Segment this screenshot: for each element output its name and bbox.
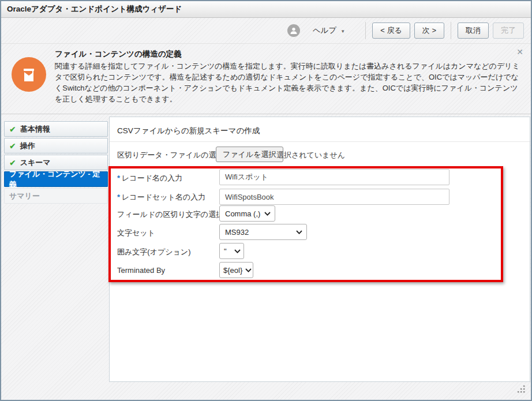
sidebar-item-summary: サマリー <box>4 188 108 204</box>
toolbar-divider <box>451 22 451 39</box>
terminated-by-label: Terminated By <box>117 266 165 275</box>
recordset-name-input[interactable] <box>219 189 449 205</box>
step-header: ファイル・コンテンツの構造の定義 関連する詳細を指定してファイル・コンテンツの構… <box>1 44 531 114</box>
step-label: ファイル・コンテンツ - 定義 <box>9 169 107 190</box>
document-badge-icon <box>20 65 38 84</box>
chevron-down-icon: ▼ <box>340 28 345 34</box>
help-label: ヘルプ <box>313 25 336 36</box>
file-contents-icon <box>12 57 46 92</box>
wizard-toolbar: ヘルプ ▼ < 戻る 次 > 取消 完了 <box>1 18 531 44</box>
selected-value: ${eol} <box>223 266 242 275</box>
chevron-down-icon <box>296 230 302 234</box>
selected-value: Comma (,) <box>225 209 260 218</box>
selected-value: MS932 <box>225 228 249 237</box>
enclosure-char-select[interactable]: " <box>219 243 244 259</box>
done-button: 完了 <box>493 23 524 39</box>
sidebar-item-basic-info[interactable]: ✔ 基本情報 <box>4 121 108 137</box>
help-menu[interactable]: ヘルプ ▼ <box>313 25 345 36</box>
sidebar-item-schema[interactable]: ✔ スキーマ <box>4 155 108 170</box>
next-button[interactable]: 次 > <box>414 23 444 39</box>
field-label-text: レコードセット名の入力 <box>122 193 205 201</box>
recordset-name-label: *レコードセット名の入力 <box>117 192 205 203</box>
character-set-label: 文字セット <box>117 228 155 238</box>
record-name-input[interactable] <box>219 169 449 185</box>
chevron-down-icon <box>245 268 252 272</box>
terminated-by-select[interactable]: ${eol} <box>219 262 253 278</box>
sidebar-item-operation[interactable]: ✔ 操作 <box>4 138 108 153</box>
file-select-status: 選択されていません <box>276 150 345 160</box>
chevron-down-icon <box>264 212 271 216</box>
chevron-down-icon <box>234 249 241 253</box>
step-description: 関連する詳細を指定してファイル・コンテンツの構造を指定します。実行時に読取りまた… <box>55 61 524 104</box>
required-marker: * <box>117 174 120 182</box>
check-icon: ✔ <box>9 158 16 167</box>
record-name-label: *レコード名の入力 <box>117 173 182 183</box>
step-label: スキーマ <box>20 158 51 168</box>
enclosure-char-label: 囲み文字(オプション) <box>117 247 191 257</box>
step-label: 操作 <box>20 141 35 151</box>
user-avatar-icon[interactable] <box>287 24 300 37</box>
wizard-window: Oracleアダプタ・エンドポイント構成ウィザード ヘルプ ▼ < 戻る 次 >… <box>0 0 532 401</box>
person-icon <box>290 27 298 35</box>
check-icon: ✔ <box>9 141 16 151</box>
close-icon[interactable]: ✕ <box>516 47 523 57</box>
character-set-select[interactable]: MS932 <box>219 224 307 240</box>
content-title: CSVファイルからの新規スキーマの作成 <box>117 126 260 136</box>
field-delimiter-label: フィールドの区切り文字の選択 <box>117 209 223 220</box>
window-titlebar: Oracleアダプタ・エンドポイント構成ウィザード <box>1 1 531 18</box>
field-label-text: レコード名の入力 <box>122 174 182 182</box>
selected-value: " <box>224 247 227 256</box>
window-title: Oracleアダプタ・エンドポイント構成ウィザード <box>7 4 182 14</box>
step-label: サマリー <box>9 191 40 201</box>
back-button[interactable]: < 戻る <box>372 23 410 39</box>
file-select-label: 区切りデータ・ファイルの選択 <box>117 150 223 160</box>
step-label: 基本情報 <box>20 124 50 134</box>
step-title: ファイル・コンテンツの構造の定義 <box>55 49 181 59</box>
content-divider <box>110 141 530 142</box>
resize-grip-icon[interactable] <box>516 384 526 394</box>
choose-file-button[interactable]: ファイルを選択 <box>216 147 283 162</box>
check-icon: ✔ <box>9 125 16 134</box>
toolbar-divider <box>365 22 366 39</box>
field-delimiter-select[interactable]: Comma (,) <box>219 205 275 222</box>
sidebar-item-file-contents-definition[interactable]: ファイル・コンテンツ - 定義 <box>4 171 108 187</box>
required-marker: * <box>117 193 120 201</box>
cancel-button[interactable]: 取消 <box>458 23 489 39</box>
